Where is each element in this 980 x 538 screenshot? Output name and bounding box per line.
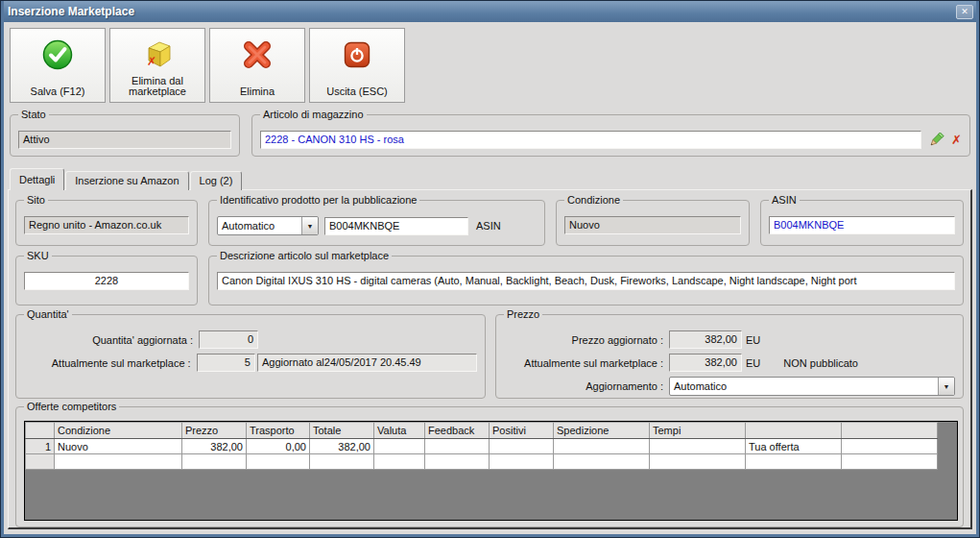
grid-header-rownum <box>26 423 55 439</box>
grid-header-positivi: Positivi <box>490 423 554 439</box>
save-button[interactable]: Salva (F12) <box>10 28 106 103</box>
grid-cell-tua-offerta[interactable]: Tua offerta <box>746 439 842 454</box>
descrizione-legend: Descrizione articolo sul marketplace <box>217 250 392 262</box>
grid-header-feedback: Feedback <box>425 423 490 439</box>
asin-field[interactable]: B004MKNBQE <box>769 216 955 234</box>
identificativo-field[interactable]: B004MKNBQE <box>324 217 468 235</box>
offerte-grid[interactable]: Condizione Prezzo Trasporto Totale Valut… <box>24 421 958 521</box>
grid-cell <box>26 454 55 470</box>
prezzo-marketplace-label: Attualmente sul marketplace : <box>504 357 669 369</box>
grid-cell-trasporto[interactable]: 0,00 <box>247 439 310 454</box>
grid-cell <box>842 454 938 470</box>
stato-field: Attivo <box>18 131 231 149</box>
delete-from-marketplace-label: Elimina dal marketplace <box>112 75 203 98</box>
grid-header-condizione: Condizione <box>55 423 182 439</box>
grid-cell-feedback[interactable] <box>425 439 490 454</box>
green-check-icon <box>41 35 74 75</box>
remove-article-x-icon[interactable]: ✗ <box>951 134 962 146</box>
toolbar: Salva (F12) ✗ Elimina dal marketplace <box>8 26 972 109</box>
sito-legend: Sito <box>24 194 48 207</box>
grid-cell-spedizione[interactable] <box>554 439 650 454</box>
sku-group: SKU 2228 <box>15 256 198 306</box>
grid-data-row[interactable]: 1 Nuovo 382,00 0,00 382,00 Tua offe <box>26 439 938 454</box>
chevron-down-icon[interactable]: ▼ <box>938 378 954 395</box>
condizione-legend: Condizione <box>564 194 623 207</box>
aggiornamento-combo-value: Automatico <box>670 378 938 395</box>
identificativo-combo-value: Automatico <box>218 217 301 234</box>
grid-cell-positivi[interactable] <box>490 439 554 454</box>
close-icon[interactable]: ✕ <box>956 5 973 19</box>
grid-cell-totale[interactable]: 382,00 <box>310 439 374 454</box>
prezzo-marketplace-currency: EU <box>746 357 760 369</box>
power-exit-icon <box>344 35 370 75</box>
identificativo-combo[interactable]: Automatico ▼ <box>217 216 319 235</box>
asin-legend: ASIN <box>769 194 800 207</box>
delete-button[interactable]: Elimina <box>209 28 305 103</box>
grid-cell-prezzo[interactable]: 382,00 <box>182 439 247 454</box>
grid-cell <box>425 454 490 470</box>
quantita-aggiornata-label: Quantita' aggiornata : <box>24 334 199 346</box>
exit-button[interactable]: Uscita (ESC) <box>309 28 405 103</box>
prezzo-aggiornato-label: Prezzo aggiornato : <box>504 334 669 346</box>
offerte-legend: Offerte competitors <box>24 401 119 413</box>
aggiornamento-label: Aggiornamento : <box>504 380 669 392</box>
save-button-label: Salva (F12) <box>31 75 85 98</box>
grid-cell-valuta[interactable] <box>374 439 425 454</box>
aggiornamento-combo[interactable]: Automatico ▼ <box>669 377 955 396</box>
stato-legend: Stato <box>18 109 49 121</box>
delete-from-marketplace-button[interactable]: ✗ Elimina dal marketplace <box>109 28 205 103</box>
red-cross-icon <box>240 35 275 75</box>
asin-group: ASIN B004MKNBQE <box>760 200 964 246</box>
grid-cell-rownum[interactable]: 1 <box>26 439 55 454</box>
grid-cell-extra[interactable] <box>842 439 938 454</box>
grid-cell <box>182 454 247 470</box>
sito-group: Sito Regno unito - Amazon.co.uk <box>15 200 198 246</box>
tab-inserzione-su-amazon[interactable]: Inserzione su Amazon <box>65 171 188 190</box>
grid-header-prezzo: Prezzo <box>182 423 247 439</box>
quantita-marketplace-label: Attualmente sul marketplace : <box>24 357 197 369</box>
dialog-content: Salva (F12) ✗ Elimina dal marketplace <box>4 22 976 534</box>
grid-cell <box>490 454 554 470</box>
window-title: Inserzione Marketplace <box>8 5 956 18</box>
articolo-field[interactable]: 2228 - CANON 310 HS - rosa <box>260 131 921 149</box>
grid-header-extra2 <box>842 423 938 439</box>
identificativo-legend: Identificativo prodotto per la pubblicaz… <box>217 194 419 207</box>
edit-pencil-icon[interactable] <box>928 132 944 148</box>
articolo-group: Articolo di magazzino 2228 - CANON 310 H… <box>251 114 970 157</box>
yellow-box-delete-icon: ✗ <box>140 35 175 75</box>
grid-cell <box>55 454 182 470</box>
identificativo-group: Identificativo prodotto per la pubblicaz… <box>208 200 545 246</box>
titlebar[interactable]: Inserzione Marketplace ✕ <box>4 1 976 22</box>
grid-cell <box>650 454 746 470</box>
exit-button-label: Uscita (ESC) <box>326 75 388 98</box>
descrizione-field[interactable]: Canon Digital IXUS 310 HS - digital came… <box>217 272 955 290</box>
tab-log[interactable]: Log (2) <box>190 171 243 190</box>
condizione-field: Nuovo <box>564 216 741 234</box>
sku-legend: SKU <box>24 250 52 262</box>
grid-cell <box>247 454 310 470</box>
delete-button-label: Elimina <box>240 75 275 98</box>
prezzo-group: Prezzo Prezzo aggiornato : 382,00 EU Att… <box>495 314 964 399</box>
grid-empty-row <box>26 454 938 470</box>
grid-header-extra1 <box>746 423 842 439</box>
tab-bar: Dettagli Inserzione su Amazon Log (2) <box>10 168 972 190</box>
grid-header-spedizione: Spedizione <box>554 423 650 439</box>
chevron-down-icon[interactable]: ▼ <box>301 217 318 234</box>
quantita-marketplace-field: 5 <box>197 354 255 372</box>
prezzo-aggiornato-field: 382,00 <box>669 330 742 349</box>
quantita-legend: Quantita' <box>24 308 72 321</box>
prezzo-marketplace-field: 382,00 <box>669 354 742 372</box>
prezzo-legend: Prezzo <box>504 308 542 321</box>
stato-group: Stato Attivo <box>10 114 240 157</box>
grid-cell-tempi[interactable] <box>650 439 746 454</box>
condizione-group: Condizione Nuovo <box>556 200 750 246</box>
tab-dettagli[interactable]: Dettagli <box>10 168 64 190</box>
articolo-legend: Articolo di magazzino <box>260 109 367 121</box>
grid-header-trasporto: Trasporto <box>247 423 310 439</box>
sku-field[interactable]: 2228 <box>24 272 189 290</box>
grid-cell <box>310 454 374 470</box>
identificativo-suffix-label: ASIN <box>476 220 501 232</box>
prezzo-aggiornato-currency: EU <box>746 334 760 346</box>
grid-cell-condizione[interactable]: Nuovo <box>55 439 182 454</box>
quantita-group: Quantita' Quantita' aggiornata : 0 Attua… <box>15 314 486 399</box>
